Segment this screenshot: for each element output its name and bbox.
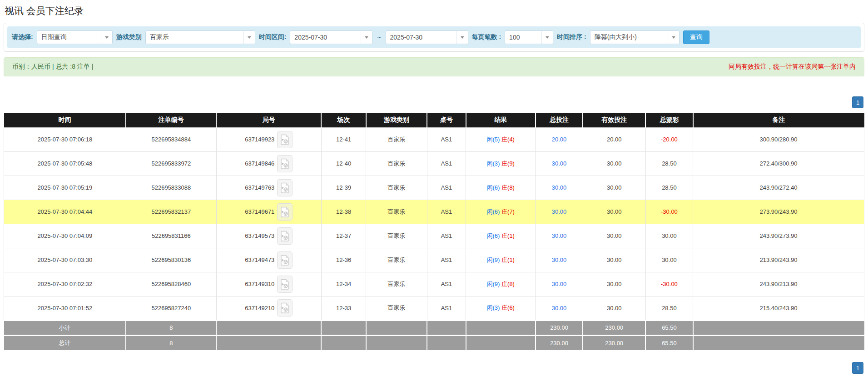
result-player: 闲(9): [487, 256, 500, 263]
query-type-dropdown-arrow[interactable]: [101, 31, 112, 44]
chevron-down-icon: [248, 36, 251, 39]
header-result: 结果: [466, 113, 536, 127]
result-banker: 庄(7): [501, 208, 515, 215]
video-replay-button[interactable]: [277, 227, 293, 245]
round-number: 637149310: [245, 281, 274, 287]
chevron-down-icon: [546, 36, 549, 39]
game-type: 百家乐: [366, 151, 427, 176]
result-player: 闲(5): [487, 136, 500, 143]
page-1-button[interactable]: 1: [852, 362, 863, 374]
session: 12-38: [321, 200, 366, 224]
bet-id: 522695831166: [126, 224, 216, 248]
query-type-select[interactable]: [37, 30, 113, 44]
subtotal-row: 小计 8 230.00 230.00 65.50: [4, 320, 864, 335]
bet-id: 522695832137: [126, 200, 216, 224]
sort-order-select[interactable]: [590, 30, 680, 44]
total-bet-link[interactable]: 30.00: [552, 256, 567, 263]
result-player: 闲(6): [487, 208, 500, 215]
valid-bet: 30.00: [583, 151, 645, 176]
total-bet-link[interactable]: 20.00: [552, 136, 567, 143]
total-bet-cell: 30.00: [536, 272, 583, 296]
result-player: 闲(3): [487, 304, 500, 311]
table-row: 2025-07-30 07:04:09 522695831166 6371495…: [4, 224, 864, 248]
date-from-dropdown-arrow[interactable]: [361, 31, 372, 44]
video-replay-button[interactable]: [277, 179, 293, 196]
remark: 243.90/273.90: [693, 224, 864, 248]
result-banker: 庄(8): [501, 281, 515, 287]
round-number: 637149210: [245, 305, 274, 312]
payout-cell: -30.00: [645, 272, 693, 296]
table-number: AS1: [427, 272, 466, 296]
remark: 273.90/243.90: [693, 200, 864, 224]
game-type-dropdown-arrow[interactable]: [243, 31, 255, 44]
table-row: 2025-07-30 07:05:19 522695833088 6371497…: [4, 176, 864, 200]
game-type-select[interactable]: [145, 30, 255, 44]
bet-id: 522695828460: [126, 272, 216, 296]
result-banker: 庄(8): [501, 184, 515, 191]
video-replay-button[interactable]: [277, 203, 293, 221]
total-bet-link[interactable]: 30.00: [552, 305, 567, 312]
page-size-select[interactable]: [505, 30, 553, 44]
round-number: 637149763: [245, 184, 274, 191]
total-bet-link[interactable]: 30.00: [552, 184, 567, 191]
game-type: 百家乐: [366, 296, 427, 320]
date-to-picker[interactable]: [386, 30, 468, 44]
result-cell: 闲(3) 庄(6): [466, 296, 536, 320]
video-file-icon: [280, 302, 289, 313]
round-id-cell: 637149473: [216, 248, 321, 272]
remark: 243.90/213.90: [693, 272, 864, 296]
total-valid-bet: 230.00: [583, 335, 645, 350]
game-type-input[interactable]: [146, 31, 243, 44]
session: 12-33: [321, 296, 366, 320]
game-type: 百家乐: [366, 176, 427, 200]
chevron-down-icon: [105, 36, 109, 39]
valid-bet-notice: 同局有效投注，统一计算在该局第一张注单内: [729, 63, 856, 71]
page-size-input[interactable]: [505, 31, 541, 44]
result-cell: 闲(5) 庄(4): [466, 127, 536, 151]
table-row: 2025-07-30 07:02:32 522695828460 6371493…: [4, 272, 864, 296]
page-1-button[interactable]: 1: [852, 96, 863, 108]
bet-time: 2025-07-30 07:03:30: [4, 248, 126, 272]
game-type-label: 游戏类别: [116, 33, 142, 41]
info-bar: 币别：人民币 | 总共 :8 注单 | 同局有效投注，统一计算在该局第一张注单内: [4, 57, 864, 76]
date-from-input[interactable]: [290, 31, 361, 44]
total-bet-cell: 30.00: [536, 224, 583, 248]
video-replay-button[interactable]: [277, 155, 293, 172]
query-type-input[interactable]: [37, 31, 101, 44]
total-bet-link[interactable]: 30.00: [552, 160, 567, 167]
payout-cell: 28.50: [645, 296, 693, 320]
valid-bet: 20.00: [583, 127, 645, 151]
total-bet-cell: 30.00: [536, 176, 583, 200]
result-banker: 庄(6): [501, 304, 515, 311]
remark: 243.90/272.40: [693, 176, 864, 200]
total-bet-link[interactable]: 30.00: [552, 281, 567, 287]
round-id-cell: 637149671: [216, 200, 321, 224]
game-type: 百家乐: [366, 127, 427, 151]
search-button[interactable]: 查询: [683, 30, 709, 44]
round-id-cell: 637149923: [216, 127, 321, 151]
video-replay-button[interactable]: [277, 251, 293, 269]
total-bet-link[interactable]: 30.00: [552, 232, 567, 239]
chevron-down-icon: [461, 36, 464, 39]
date-to-dropdown-arrow[interactable]: [456, 31, 468, 44]
total-label: 总计: [4, 335, 126, 350]
header-payout: 总派彩: [645, 113, 693, 127]
video-replay-button[interactable]: [277, 299, 293, 317]
sort-order-dropdown-arrow[interactable]: [668, 31, 679, 44]
sort-order-input[interactable]: [590, 31, 668, 44]
round-number: 637149923: [245, 136, 274, 143]
payout-cell: -30.00: [645, 200, 693, 224]
video-replay-button[interactable]: [277, 131, 293, 148]
session: 12-36: [321, 248, 366, 272]
remark: 213.90/243.90: [693, 248, 864, 272]
date-to-input[interactable]: [386, 31, 456, 44]
select-type-label: 请选择:: [12, 33, 33, 41]
total-bet-link[interactable]: 30.00: [552, 208, 567, 215]
payout-cell: -20.00: [645, 127, 693, 151]
game-type: 百家乐: [366, 224, 427, 248]
payout-cell: 30.00: [645, 224, 693, 248]
page-size-dropdown-arrow[interactable]: [541, 31, 553, 44]
date-from-picker[interactable]: [290, 30, 372, 44]
subtotal-payout: 65.50: [645, 320, 693, 335]
video-replay-button[interactable]: [277, 276, 293, 293]
